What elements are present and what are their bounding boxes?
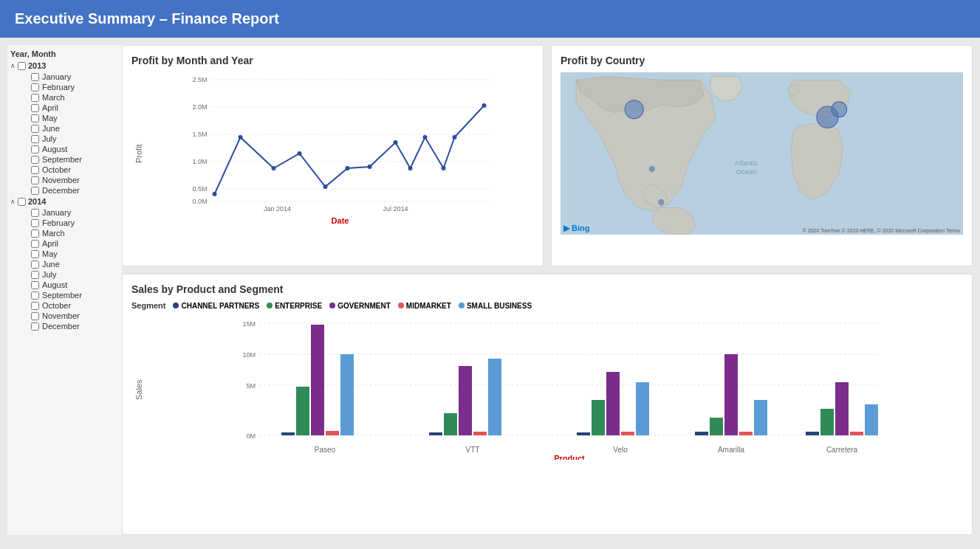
month-checkbox-october-2014[interactable] [31, 302, 39, 310]
svg-rect-56 [592, 400, 605, 435]
svg-rect-61 [695, 432, 708, 435]
month-checkbox-july-2013[interactable] [31, 135, 39, 143]
svg-rect-67 [806, 432, 819, 435]
svg-text:VTT: VTT [466, 446, 480, 454]
month-checkbox-july-2014[interactable] [31, 271, 39, 279]
svg-point-15 [239, 135, 243, 139]
month-checkbox-november-2013[interactable] [31, 176, 39, 184]
month-item-february-2014[interactable]: February [31, 218, 119, 228]
month-checkbox-january-2013[interactable] [31, 73, 39, 81]
month-item-march-2013[interactable]: March [31, 92, 119, 103]
svg-rect-68 [820, 409, 834, 435]
svg-rect-51 [459, 366, 472, 435]
month-checkbox-march-2014[interactable] [31, 229, 39, 238]
collapse-arrow-2013[interactable]: ∧ [10, 62, 16, 69]
month-item-june-2014[interactable]: June [31, 259, 119, 269]
legend-dot-enterprise [267, 303, 273, 308]
month-checkbox-december-2013[interactable] [31, 187, 39, 195]
month-checkbox-april-2014[interactable] [31, 240, 39, 248]
svg-text:Paseo: Paseo [315, 446, 336, 454]
month-item-august-2014[interactable]: August [31, 280, 119, 290]
collapse-arrow-2014[interactable]: ∧ [10, 198, 16, 205]
month-item-december-2014[interactable]: December [31, 321, 119, 331]
month-item-june-2013[interactable]: June [31, 123, 119, 134]
month-item-january-2013[interactable]: January [31, 72, 119, 82]
bing-footer: ▶ Bing [563, 224, 590, 233]
svg-text:0M: 0M [246, 432, 256, 440]
month-item-december-2013[interactable]: December [31, 185, 119, 196]
month-checkbox-january-2014[interactable] [31, 209, 39, 217]
month-item-september-2013[interactable]: September [31, 154, 119, 165]
month-label: May [42, 114, 58, 122]
line-chart-svg: 2.5M 2.0M 1.5M 1.0M 0.5M 0.0M Jan 2014 J… [146, 72, 534, 213]
legend-channel-partners: CHANNEL PARTNERS [173, 302, 259, 310]
svg-rect-58 [621, 432, 634, 435]
month-item-march-2014[interactable]: March [31, 228, 119, 238]
main-container: Year, Month ∧2013JanuaryFebruaryMarchApr… [0, 38, 980, 542]
month-label: January [42, 208, 71, 217]
month-label: September [42, 291, 82, 300]
month-checkbox-september-2013[interactable] [31, 156, 39, 164]
svg-text:Ocean: Ocean [736, 168, 757, 176]
sidebar: Year, Month ∧2013JanuaryFebruaryMarchApr… [7, 45, 122, 535]
month-label: April [42, 239, 58, 248]
month-item-october-2014[interactable]: October [31, 300, 119, 311]
year-checkbox-2013[interactable] [18, 62, 26, 70]
month-checkbox-march-2013[interactable] [31, 94, 39, 102]
month-item-august-2013[interactable]: August [31, 144, 119, 154]
month-item-november-2013[interactable]: November [31, 175, 119, 185]
bar-chart-container: Sales 15M 10M 5M 0M [131, 316, 963, 463]
svg-text:15M: 15M [242, 320, 256, 328]
month-item-april-2014[interactable]: April [31, 238, 119, 249]
month-checkbox-october-2013[interactable] [31, 166, 39, 174]
month-item-september-2014[interactable]: September [31, 290, 119, 300]
month-checkbox-november-2014[interactable] [31, 312, 39, 320]
top-row: Profit by Month and Year Profit [122, 45, 973, 266]
month-label: June [42, 124, 60, 133]
legend-mid-label: MIDMARKET [406, 302, 451, 310]
svg-text:Product: Product [554, 454, 585, 460]
month-item-february-2013[interactable]: February [31, 82, 119, 92]
month-label: March [42, 229, 65, 238]
legend-small-biz: SMALL BUSINESS [459, 302, 532, 310]
year-row-2013[interactable]: ∧2013 [10, 61, 119, 70]
svg-rect-70 [850, 432, 863, 435]
month-label: February [42, 83, 75, 92]
month-checkbox-august-2014[interactable] [31, 281, 39, 289]
month-checkbox-february-2014[interactable] [31, 219, 39, 227]
month-checkbox-june-2014[interactable] [31, 260, 39, 269]
profit-x-label: Date [146, 216, 534, 225]
month-checkbox-december-2014[interactable] [31, 322, 39, 331]
page-header: Executive Summary – Finance Report [0, 0, 980, 38]
svg-rect-53 [488, 359, 501, 435]
month-item-october-2013[interactable]: October [31, 165, 119, 175]
month-checkbox-may-2014[interactable] [31, 250, 39, 258]
month-item-april-2013[interactable]: April [31, 103, 119, 113]
month-checkbox-august-2013[interactable] [31, 145, 39, 153]
svg-text:Jan 2014: Jan 2014 [264, 205, 291, 213]
month-checkbox-february-2013[interactable] [31, 83, 39, 92]
month-checkbox-june-2013[interactable] [31, 125, 39, 133]
svg-point-26 [482, 103, 487, 108]
month-item-may-2013[interactable]: May [31, 113, 119, 123]
month-item-july-2013[interactable]: July [31, 134, 119, 144]
month-item-november-2014[interactable]: November [31, 311, 119, 321]
month-checkbox-september-2014[interactable] [31, 291, 39, 300]
month-checkbox-may-2013[interactable] [31, 114, 39, 122]
year-label-2014: 2014 [28, 197, 46, 206]
map-panel: Profit by Country [551, 45, 973, 266]
month-checkbox-april-2013[interactable] [31, 104, 39, 112]
svg-text:Jul 2014: Jul 2014 [383, 205, 408, 213]
month-item-may-2014[interactable]: May [31, 249, 119, 259]
svg-point-21 [394, 140, 398, 145]
segment-label: Segment [131, 301, 165, 310]
year-checkbox-2014[interactable] [18, 198, 26, 206]
bing-logo: ▶ Bing [563, 224, 590, 233]
svg-text:2.0M: 2.0M [192, 103, 207, 111]
year-row-2014[interactable]: ∧2014 [10, 197, 119, 206]
month-item-january-2014[interactable]: January [31, 207, 119, 218]
svg-text:Atlantic: Atlantic [735, 159, 758, 167]
legend-govt-label: GOVERNMENT [337, 302, 391, 310]
svg-rect-46 [326, 431, 339, 435]
month-item-july-2014[interactable]: July [31, 269, 119, 280]
